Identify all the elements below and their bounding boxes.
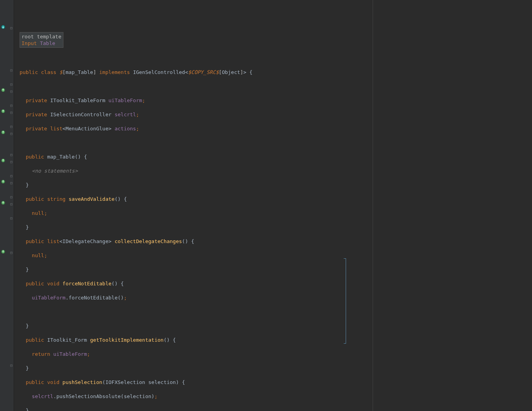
fold-end-icon[interactable]: ⊟ (10, 362, 13, 365)
fold-end-icon[interactable]: ⊟ (10, 215, 13, 218)
fold-end-icon[interactable]: ⊟ (10, 123, 13, 126)
override-up-icon[interactable] (1, 250, 6, 254)
code-area[interactable]: root template Input Table public class $… (14, 0, 532, 411)
gutter: ⊟ ⊟ ⊟ ⊟ ⊟ ⊟ ⊟ ⊟ ⊟ ⊟ ⊟ ⊟ ⊟ ⊟ ⊟ ⊟ ⊟ (0, 0, 14, 411)
code-line: public string saveAndValidate() { (20, 196, 532, 203)
fold-end-icon[interactable]: ⊟ (10, 151, 13, 155)
code-line: private ISelectionController selcrtl; (20, 111, 532, 118)
fold-toggle-icon[interactable]: ⊟ (10, 159, 13, 162)
fold-end-icon[interactable]: ⊟ (10, 173, 13, 176)
fold-toggle-icon[interactable]: ⊟ (10, 180, 13, 183)
right-margin-guide (373, 0, 373, 411)
code-line: private IToolkit_TableForm uiTableForm; (20, 97, 532, 104)
fold-toggle-icon[interactable]: ⊟ (10, 130, 13, 133)
code-editor[interactable]: ⊟ ⊟ ⊟ ⊟ ⊟ ⊟ ⊟ ⊟ ⊟ ⊟ ⊟ ⊟ ⊟ ⊟ ⊟ ⊟ ⊟ root t… (0, 0, 532, 411)
override-up-icon[interactable] (1, 130, 6, 135)
code-line: } (20, 365, 532, 372)
fold-toggle-icon[interactable]: ⊟ (10, 25, 13, 28)
code-line: null; (20, 252, 532, 259)
override-up-icon[interactable] (1, 180, 6, 184)
code-line: public IToolkit_Form getToolkitImplement… (20, 337, 532, 344)
override-up-icon[interactable] (1, 109, 6, 114)
override-up-icon[interactable] (1, 159, 6, 163)
code-line: } (20, 224, 532, 231)
code-line: selcrtl.pushSelectionAbsolute(selection)… (20, 393, 532, 400)
code-line: } (20, 323, 532, 330)
root-template-box: root template Input Table (20, 32, 63, 48)
code-line: } (20, 407, 532, 411)
fold-toggle-icon[interactable]: ⊟ (10, 109, 13, 112)
code-line: private list<MenuActionGlue> actions; (20, 125, 532, 132)
code-line: public void pushSelection(IOFXSelection … (20, 379, 532, 386)
fold-toggle-icon[interactable]: ⊟ (10, 67, 13, 70)
fold-toggle-icon[interactable]: ⊟ (10, 249, 13, 252)
code-line: return uiTableForm; (20, 351, 532, 358)
fold-toggle-icon[interactable]: ⊟ (10, 88, 13, 91)
override-up-icon[interactable] (1, 201, 6, 206)
fold-toggle-icon[interactable]: ⊟ (10, 201, 13, 204)
code-line: } (20, 266, 532, 273)
code-line: uiTableForm.forceNotEditable(); (20, 294, 532, 301)
fold-end-icon[interactable]: ⊟ (10, 102, 13, 105)
code-line: public class $[map_Table] implements IGe… (20, 69, 532, 76)
code-line: <no statements> (20, 168, 532, 175)
code-line: public list<IDelegateChange> collectDele… (20, 238, 532, 245)
code-line: null; (20, 210, 532, 217)
block-brace-guide (344, 258, 346, 344)
code-line: } (20, 182, 532, 189)
code-line: public map_Table() { (20, 153, 532, 160)
fold-end-icon[interactable]: ⊟ (10, 81, 13, 84)
override-up-icon[interactable] (1, 88, 6, 93)
fold-end-icon[interactable]: ⊟ (10, 194, 13, 197)
code-line: public void forceNotEditable() { (20, 280, 532, 287)
implement-down-icon[interactable] (1, 25, 6, 30)
